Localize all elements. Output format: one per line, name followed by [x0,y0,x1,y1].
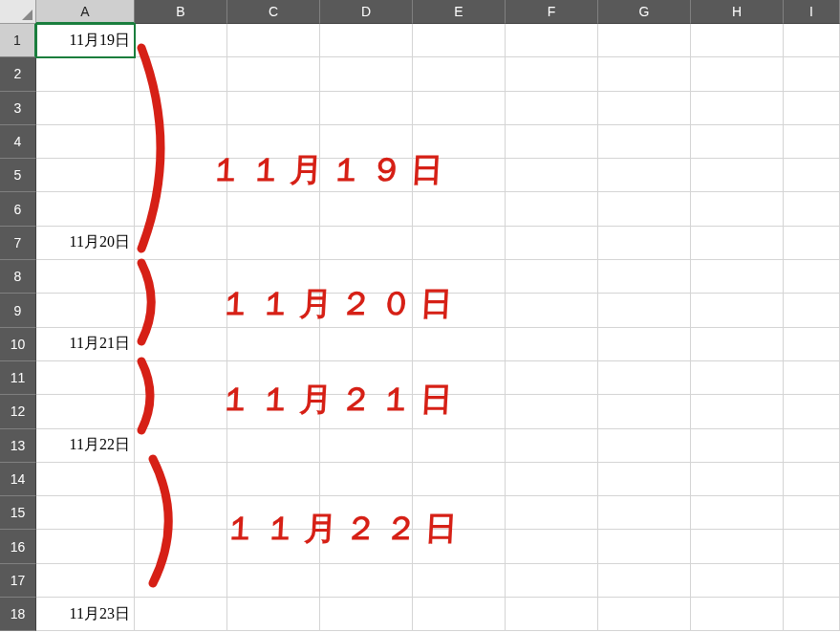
cell-D12[interactable] [320,395,413,428]
cell-F16[interactable] [506,530,598,563]
cell-F3[interactable] [506,92,598,125]
cell-B18[interactable] [135,598,227,631]
cell-I18[interactable] [784,598,840,631]
cell-G14[interactable] [598,463,691,496]
row-header-8[interactable]: 8 [0,260,36,294]
cell-F17[interactable] [506,564,598,598]
cell-B3[interactable] [135,92,227,125]
cell-B2[interactable] [135,57,227,91]
cell-A12[interactable] [36,395,135,428]
cell-A9[interactable] [36,294,135,327]
cell-G15[interactable] [598,496,691,530]
cell-A16[interactable] [36,530,135,563]
cell-F9[interactable] [506,294,598,327]
cell-H15[interactable] [691,496,784,530]
cell-E11[interactable] [413,361,506,395]
cell-E1[interactable] [413,24,506,57]
cell-A13[interactable]: 11月22日 [36,429,135,463]
cell-E17[interactable] [413,564,506,598]
column-header-G[interactable]: G [598,0,691,24]
cell-G6[interactable] [598,192,691,226]
cell-G18[interactable] [598,598,691,631]
cell-G5[interactable] [598,159,691,192]
cell-D10[interactable] [320,328,413,361]
cell-E12[interactable] [413,395,506,428]
cell-G16[interactable] [598,530,691,563]
cell-F10[interactable] [506,328,598,361]
column-header-A[interactable]: A [36,0,135,24]
cell-C15[interactable] [227,496,320,530]
row-header-17[interactable]: 17 [0,564,36,598]
cell-I5[interactable] [784,159,840,192]
cell-F8[interactable] [506,260,598,294]
cell-C10[interactable] [227,328,320,361]
cell-B14[interactable] [135,463,227,496]
cell-H1[interactable] [691,24,784,57]
cell-I10[interactable] [784,328,840,361]
cell-H8[interactable] [691,260,784,294]
cell-C7[interactable] [227,227,320,260]
cell-E7[interactable] [413,227,506,260]
cell-H17[interactable] [691,564,784,598]
cell-A2[interactable] [36,57,135,91]
cell-I15[interactable] [784,496,840,530]
cell-B17[interactable] [135,564,227,598]
cell-A14[interactable] [36,463,135,496]
cell-I17[interactable] [784,564,840,598]
column-header-H[interactable]: H [691,0,784,24]
cell-H7[interactable] [691,227,784,260]
cell-G2[interactable] [598,57,691,91]
cell-B16[interactable] [135,530,227,563]
cell-B6[interactable] [135,192,227,226]
cell-I6[interactable] [784,192,840,226]
cell-I2[interactable] [784,57,840,91]
cell-A4[interactable] [36,125,135,159]
cell-E8[interactable] [413,260,506,294]
cell-I12[interactable] [784,395,840,428]
cell-B4[interactable] [135,125,227,159]
cell-I7[interactable] [784,227,840,260]
cell-F11[interactable] [506,361,598,395]
cell-A17[interactable] [36,564,135,598]
cell-G8[interactable] [598,260,691,294]
cell-C8[interactable] [227,260,320,294]
cell-I1[interactable] [784,24,840,57]
row-header-10[interactable]: 10 [0,328,36,361]
cell-C9[interactable] [227,294,320,327]
cell-F15[interactable] [506,496,598,530]
cell-A11[interactable] [36,361,135,395]
column-header-E[interactable]: E [413,0,506,24]
cell-D18[interactable] [320,598,413,631]
cell-C12[interactable] [227,395,320,428]
cell-F6[interactable] [506,192,598,226]
cell-I11[interactable] [784,361,840,395]
cell-A8[interactable] [36,260,135,294]
cell-H5[interactable] [691,159,784,192]
cell-H16[interactable] [691,530,784,563]
cell-E10[interactable] [413,328,506,361]
cell-I14[interactable] [784,463,840,496]
cell-D7[interactable] [320,227,413,260]
cell-C17[interactable] [227,564,320,598]
cell-H6[interactable] [691,192,784,226]
cell-E5[interactable] [413,159,506,192]
row-header-6[interactable]: 6 [0,192,36,226]
cell-A1[interactable]: 11月19日 [36,24,135,57]
row-header-13[interactable]: 13 [0,429,36,463]
row-header-14[interactable]: 14 [0,463,36,496]
cell-B13[interactable] [135,429,227,463]
cell-I3[interactable] [784,92,840,125]
cell-D11[interactable] [320,361,413,395]
cell-H12[interactable] [691,395,784,428]
cell-C5[interactable] [227,159,320,192]
column-header-I[interactable]: I [784,0,840,24]
row-header-18[interactable]: 18 [0,598,36,631]
column-header-C[interactable]: C [227,0,320,24]
cell-E18[interactable] [413,598,506,631]
cell-C4[interactable] [227,125,320,159]
cell-D1[interactable] [320,24,413,57]
cell-C2[interactable] [227,57,320,91]
cell-D8[interactable] [320,260,413,294]
cell-G1[interactable] [598,24,691,57]
cell-H2[interactable] [691,57,784,91]
